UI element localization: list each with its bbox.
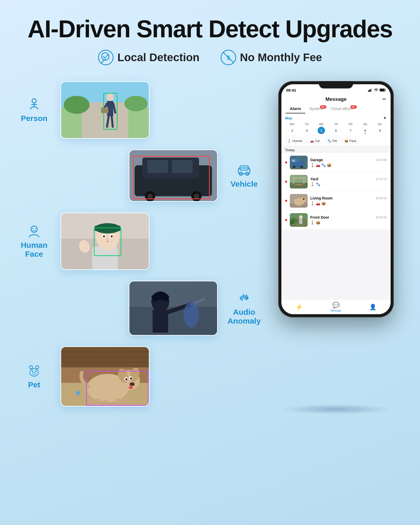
- cal-day-5[interactable]: 5: [318, 127, 325, 134]
- svg-text:$: $: [227, 54, 230, 61]
- chip-car[interactable]: 🚗 Car: [307, 138, 323, 144]
- svg-rect-102: [292, 160, 295, 162]
- msg-dot-garage: [285, 161, 287, 164]
- vehicle-icon: [237, 163, 251, 177]
- chip-pack[interactable]: 📦 Pack: [342, 138, 359, 144]
- audio-icon: [237, 291, 251, 306]
- lr-icon-car: 🚗: [316, 201, 320, 206]
- tab-system[interactable]: System 99+: [305, 104, 327, 113]
- svg-point-121: [299, 215, 303, 219]
- main-title: AI-Driven Smart Detect Upgrades: [0, 16, 420, 42]
- detection-person-label: Person: [16, 97, 52, 123]
- svg-point-65: [36, 366, 39, 369]
- cal-filter-icon[interactable]: ▼: [383, 116, 387, 120]
- phone-wrapper: 09:41: [268, 81, 404, 407]
- calendar-section: May ▼ MO TU WE TH FR SA SU: [281, 114, 391, 136]
- cal-day-4[interactable]: 4: [303, 127, 311, 134]
- nav-profile-icon: 👤: [369, 304, 376, 311]
- svg-rect-86: [95, 398, 101, 406]
- msg-time-yard: 12:02:13: [376, 177, 387, 181]
- msg-yard[interactable]: Yard 12:02:13 🚶 🐾: [281, 172, 391, 191]
- svg-rect-105: [290, 168, 308, 169]
- local-detection-icon: [98, 50, 114, 65]
- svg-point-69: [33, 372, 36, 375]
- msg-time-garage: 18:03:58: [376, 158, 387, 161]
- cal-day-3[interactable]: 3: [288, 127, 296, 134]
- svg-rect-111: [295, 184, 302, 185]
- msg-content-livingroom: Living Room 18:03:58 🚶 🚗 📦: [310, 196, 387, 206]
- no-fee-icon: $: [220, 50, 236, 65]
- section-today: Today: [281, 146, 391, 153]
- svg-rect-60: [153, 309, 168, 333]
- detection-person: Person: [16, 81, 262, 139]
- msg-content-garage: Garage 18:03:58 🚶 🚗 🐾 📦: [310, 158, 387, 167]
- lr-icon-pack: 📦: [321, 201, 326, 206]
- app-screen: 09:41: [281, 84, 391, 314]
- cal-header-tu: TU: [300, 122, 314, 126]
- nav-home[interactable]: ⚡: [296, 304, 303, 311]
- face-image: [60, 212, 150, 270]
- svg-point-12: [64, 96, 90, 114]
- tab-cloudalbum[interactable]: Cloud album 99+: [327, 104, 357, 113]
- tab-alarm[interactable]: Alarm: [286, 104, 305, 113]
- content-area: Person: [0, 81, 420, 407]
- msg-time-livingroom: 18:03:58: [376, 197, 387, 200]
- svg-rect-107: [290, 183, 308, 188]
- svg-rect-88: [115, 398, 121, 406]
- cal-header-we: WE: [314, 122, 328, 126]
- audio-label: AudioAnomaly: [228, 308, 261, 326]
- msg-dot-frontdoor: [285, 219, 287, 221]
- svg-point-118: [303, 198, 304, 200]
- nav-message[interactable]: 💬 Message: [331, 302, 342, 312]
- cal-day-7[interactable]: 7: [347, 127, 354, 134]
- svg-point-82: [125, 378, 128, 380]
- svg-point-38: [35, 228, 36, 229]
- garage-icon-car: 🚗: [316, 163, 320, 167]
- human-chip-icon: 🚶: [287, 139, 291, 143]
- msg-frontdoor[interactable]: Front Door 18:03:58 🚶 📦: [281, 211, 391, 230]
- svg-rect-53: [245, 295, 246, 300]
- svg-point-67: [32, 371, 33, 372]
- phone-screen: 09:41: [281, 84, 391, 314]
- nav-message-icon: 💬: [332, 302, 339, 309]
- cal-day-6[interactable]: 6: [332, 127, 340, 134]
- person-icon: [27, 97, 41, 112]
- msg-thumb-garage: [290, 156, 308, 169]
- detection-humanface: HumanFace: [16, 212, 262, 270]
- phone-shadow: [281, 404, 391, 414]
- status-icons: [368, 88, 386, 92]
- detection-audio: AudioAnomaly: [16, 281, 262, 336]
- feature2-label: No Monthly Fee: [240, 51, 322, 64]
- fd-icon-human: 🚶: [310, 220, 315, 225]
- car-chip-icon: 🚗: [310, 139, 314, 143]
- msg-livingroom[interactable]: Living Room 18:03:58 🚶 🚗 📦: [281, 191, 391, 211]
- chip-human[interactable]: 🚶 Human: [285, 138, 306, 144]
- svg-point-68: [35, 371, 36, 372]
- svg-rect-93: [369, 90, 370, 92]
- feature1-label: Local Detection: [117, 51, 200, 64]
- nav-profile[interactable]: 👤: [369, 304, 376, 311]
- cal-header-th: TH: [329, 122, 343, 126]
- svg-rect-30: [172, 160, 193, 173]
- edit-icon[interactable]: ✏: [382, 96, 386, 102]
- msg-icons-garage: 🚶 🚗 🐾 📦: [310, 163, 387, 167]
- svg-rect-56: [247, 297, 248, 299]
- svg-point-63: [183, 302, 199, 328]
- cal-month: May: [285, 116, 292, 120]
- msg-content-frontdoor: Front Door 18:03:58 🚶 📦: [310, 215, 387, 225]
- message-list: Today: [281, 146, 391, 300]
- cal-day-8[interactable]: 8: [361, 127, 369, 134]
- svg-rect-20: [101, 107, 108, 113]
- chip-pet[interactable]: 🐾 Pet: [324, 138, 340, 144]
- msg-garage[interactable]: Garage 18:03:58 🚶 🚗 🐾 📦: [281, 153, 391, 172]
- svg-point-32: [148, 194, 153, 199]
- svg-rect-112: [296, 185, 297, 187]
- garage-icon-pet: 🐾: [321, 163, 326, 167]
- cal-header-sa: SA: [358, 122, 372, 126]
- cal-day-9[interactable]: 9: [376, 127, 384, 134]
- msg-thumb-yard: [290, 175, 308, 188]
- vehicle-image: [129, 149, 218, 202]
- filter-chips: 🚶 Human 🚗 Car 🐾 Pet 📦: [281, 136, 391, 146]
- audio-image: [129, 281, 218, 336]
- detection-face-label: HumanFace: [16, 224, 52, 259]
